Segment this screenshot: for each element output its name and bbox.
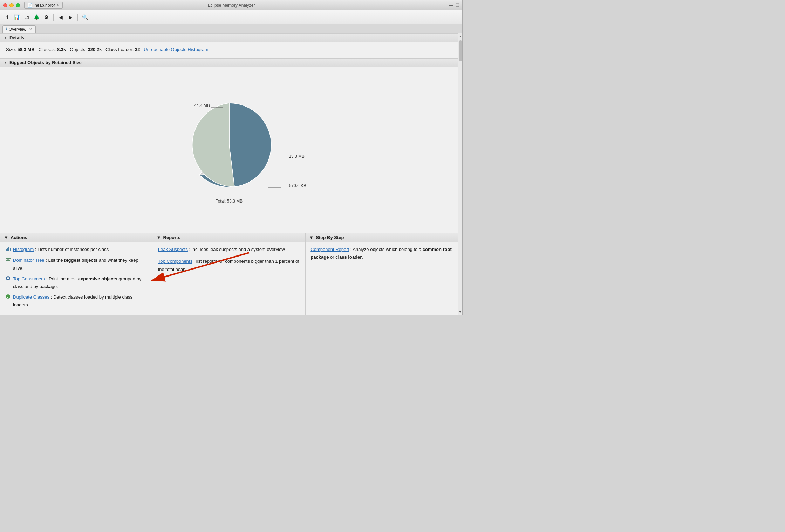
action-histogram: Histogram : Lists number of instances pe… — [5, 246, 148, 254]
class-loader-label: Class Loader: — [105, 47, 134, 52]
duplicate-classes-link[interactable]: Duplicate Classes — [13, 294, 49, 300]
window-title: Eclipse Memory Analyzer — [208, 3, 255, 8]
tab-overview-icon: ℹ — [6, 27, 7, 32]
minimize-button[interactable] — [9, 3, 14, 7]
search-button[interactable]: 🔍 — [81, 13, 89, 21]
tree-button[interactable]: 🌲 — [33, 13, 40, 21]
file-icon: 📄 — [27, 3, 33, 8]
histogram-desc: : Lists number of instances per class — [35, 247, 109, 252]
window-minimize-icon[interactable]: — — [449, 3, 453, 8]
step-by-step-arrow: ▼ — [309, 235, 314, 240]
unreachable-objects-link[interactable]: Unreachable Objects Histogram — [144, 47, 208, 52]
action-dominator: Dominator Tree : List the biggest object… — [5, 257, 148, 272]
step-component-report: Component Report : Analyze objects which… — [310, 246, 453, 261]
settings-button[interactable]: ⚙ — [42, 13, 50, 21]
actions-panel: ▼ Actions — [0, 233, 153, 315]
pie-slice-third — [192, 103, 234, 187]
actions-header-label: Actions — [11, 235, 27, 240]
component-report-text: Component Report : Analyze objects which… — [310, 246, 453, 261]
top-consumers-link[interactable]: Top Consumers — [13, 276, 45, 281]
chart-line-133 — [271, 155, 285, 161]
biggest-objects-header[interactable]: ▼ Biggest Objects by Retained Size — [0, 58, 458, 67]
details-header-label: Details — [9, 35, 25, 40]
svg-rect-11 — [6, 260, 8, 261]
leak-suspects-link[interactable]: Leak Suspects — [158, 247, 188, 252]
window-restore-icon[interactable]: ❐ — [456, 3, 459, 8]
file-tab-close[interactable]: ✕ — [57, 3, 60, 7]
svg-rect-9 — [7, 258, 9, 259]
action-duplicate-classes: ✓ Duplicate Classes : Detect classes loa… — [5, 293, 148, 309]
pie-chart-container: 44.4 MB 13.3 MB — [180, 96, 278, 195]
classes-label: Classes: — [39, 47, 56, 52]
toolbar-separator-2 — [77, 14, 78, 21]
dominator-icon — [5, 257, 11, 265]
actions-arrow: ▼ — [4, 235, 8, 240]
svg-rect-8 — [6, 258, 7, 259]
scroll-thumb[interactable] — [459, 40, 462, 61]
bottom-panels: ▼ Actions — [0, 233, 458, 315]
svg-rect-12 — [8, 260, 10, 261]
scroll-up-arrow[interactable]: ▲ — [459, 35, 462, 38]
svg-rect-10 — [9, 258, 11, 259]
top-components-text: Top Components : list reports for compon… — [158, 258, 301, 273]
chart-button[interactable]: 📊 — [13, 13, 21, 21]
svg-rect-6 — [8, 247, 9, 251]
histogram-link[interactable]: Histogram — [13, 247, 34, 252]
objects-value: 320.2k — [88, 47, 102, 52]
report-leak-suspects: Leak Suspects : includes leak suspects a… — [158, 246, 301, 253]
chart-section: 44.4 MB 13.3 MB — [0, 67, 458, 233]
tab-bar: ℹ Overview ✕ — [0, 24, 462, 33]
details-content: Size: 58.3 MB Classes: 8.3k Objects: 320… — [0, 42, 458, 58]
tab-overview[interactable]: ℹ Overview ✕ — [2, 25, 36, 33]
vertical-scrollbar[interactable]: ▲ ▼ — [458, 33, 462, 315]
objects-label: Objects: — [70, 47, 87, 52]
tab-overview-label: Overview — [9, 27, 26, 32]
pie-chart-svg — [180, 96, 278, 194]
chart-total-label: Total: 58.3 MB — [216, 199, 243, 204]
tab-overview-close[interactable]: ✕ — [29, 27, 32, 31]
top-components-link[interactable]: Top Components — [158, 259, 192, 264]
histogram-icon — [5, 246, 11, 254]
step-by-step-header: ▼ Step By Step — [306, 233, 458, 242]
toolbar-separator-1 — [53, 14, 54, 21]
step-by-step-content: Component Report : Analyze objects which… — [306, 242, 458, 315]
chart-line-44 — [211, 104, 225, 110]
maximize-button[interactable] — [16, 3, 20, 7]
nav-back-button[interactable]: ◀ — [57, 13, 64, 21]
dominator-link[interactable]: Dominator Tree — [13, 258, 45, 263]
info-button[interactable]: ℹ — [3, 13, 11, 21]
dominator-text: Dominator Tree : List the biggest object… — [13, 257, 148, 272]
chart-label-570: 570.6 KB — [289, 183, 306, 188]
chart-label-44: 44.4 MB — [194, 103, 210, 108]
leak-suspects-text: Leak Suspects : includes leak suspects a… — [158, 246, 285, 253]
close-button[interactable] — [3, 3, 7, 7]
reports-content: Leak Suspects : includes leak suspects a… — [153, 242, 306, 315]
actions-content: Histogram : Lists number of instances pe… — [0, 242, 153, 315]
class-loader-value: 32 — [135, 47, 140, 52]
traffic-lights — [3, 3, 20, 7]
classes-value: 8.3k — [57, 47, 66, 52]
action-top-consumers: Top Consumers : Print the most expensive… — [5, 275, 148, 291]
scroll-down-arrow[interactable]: ▼ — [459, 310, 462, 314]
nav-forward-button[interactable]: ▶ — [67, 13, 74, 21]
reports-header-label: Reports — [163, 235, 180, 240]
details-section-header[interactable]: ▼ Details — [0, 33, 458, 42]
table-button[interactable]: 🗂 — [23, 13, 30, 21]
svg-rect-7 — [10, 248, 11, 251]
content-wrapper: ▼ Details Size: 58.3 MB Classes: 8.3k Ob… — [0, 33, 462, 315]
svg-rect-4 — [6, 249, 7, 251]
duplicate-classes-icon: ✓ — [5, 294, 11, 301]
size-value: 58.3 MB — [18, 47, 35, 52]
chart-label-133: 13.3 MB — [289, 154, 305, 159]
actions-header: ▼ Actions — [0, 233, 153, 242]
title-bar: 📄 heap.hprof ✕ Eclipse Memory Analyzer —… — [0, 0, 462, 10]
svg-line-14 — [8, 259, 9, 260]
svg-rect-5 — [7, 248, 8, 251]
histogram-text: Histogram : Lists number of instances pe… — [13, 246, 109, 253]
top-consumers-text: Top Consumers : Print the most expensive… — [13, 275, 148, 291]
chart-line-570 — [268, 185, 282, 190]
step-by-step-panel: ▼ Step By Step Component Report : Analyz… — [306, 233, 458, 315]
component-report-link[interactable]: Component Report — [310, 247, 349, 252]
biggest-objects-label: Biggest Objects by Retained Size — [9, 60, 82, 65]
reports-panel: ▼ Reports Leak Suspects : includes leak … — [153, 233, 306, 315]
